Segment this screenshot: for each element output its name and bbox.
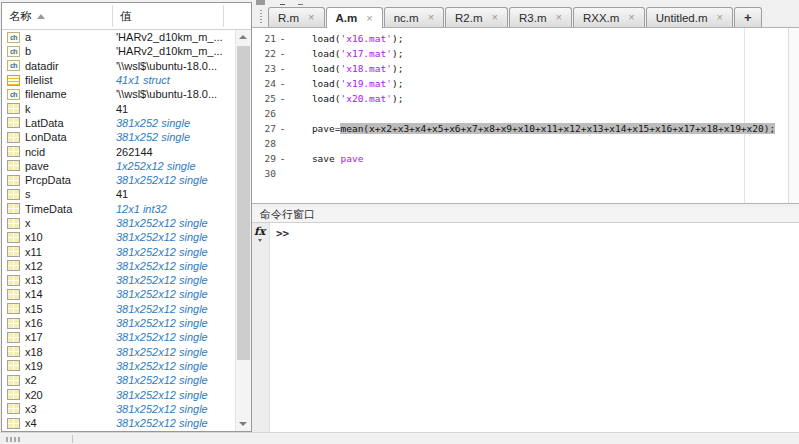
workspace-row-x11[interactable]: x11381x252x12 single: [2, 244, 236, 258]
command-window-header[interactable]: 命令行窗口: [252, 207, 799, 223]
editor-tab-R-m[interactable]: R.m×: [268, 7, 325, 27]
workspace-row-filename[interactable]: chfilename'\\wsl$\ubuntu-18.0...: [2, 87, 236, 101]
code-segment-plain: );: [392, 93, 403, 104]
workspace-row-x15[interactable]: x15381x252x12 single: [2, 302, 236, 316]
scroll-down-icon[interactable]: [236, 417, 251, 431]
executable-line-marker: [276, 166, 289, 181]
variable-name: x11: [25, 246, 116, 258]
workspace-row-x19[interactable]: x19381x252x12 single: [2, 359, 236, 373]
workspace-row-x20[interactable]: x20381x252x12 single: [2, 387, 236, 401]
workspace-row-x16[interactable]: x16381x252x12 single: [2, 316, 236, 330]
workspace-scrollbar[interactable]: [235, 30, 251, 431]
workspace-row-x13[interactable]: x13381x252x12 single: [2, 273, 236, 287]
workspace-row-LonData[interactable]: LonData381x252 single: [2, 130, 236, 144]
workspace-row-s[interactable]: s41: [2, 187, 236, 201]
editor-tab-Untitled-m[interactable]: Untitled.m×: [646, 7, 733, 27]
tab-close-icon[interactable]: ×: [366, 13, 372, 24]
command-prompt[interactable]: >>: [276, 227, 289, 240]
code-line-21[interactable]: 21- load('x16.mat');: [258, 31, 787, 46]
tab-close-icon[interactable]: ×: [308, 12, 314, 23]
column-header-name[interactable]: 名称: [9, 3, 45, 29]
line-number[interactable]: 27: [258, 121, 276, 136]
workspace-row-b[interactable]: chb'HARv2_d10km_m_...: [2, 44, 236, 58]
new-tab-button[interactable]: +: [734, 7, 762, 27]
workspace-row-k[interactable]: k41: [2, 101, 236, 115]
code-line-23[interactable]: 23- load('x18.mat');: [258, 61, 787, 76]
code-line-26[interactable]: 26: [258, 106, 787, 121]
matrix-variable-icon: [7, 203, 20, 214]
line-number[interactable]: 26: [258, 106, 276, 121]
column-divider[interactable]: [223, 5, 224, 27]
tab-label: A.m: [336, 12, 358, 24]
code-text: pave=mean(x+x2+x3+x4+x5+x6+x7+x8+x9+x10+…: [289, 121, 775, 136]
fx-function-hints-icon[interactable]: fx: [254, 225, 265, 238]
variable-value: '\\wsl$\ubuntu-18.0...: [116, 60, 217, 72]
code-line-25[interactable]: 25- load('x20.mat');: [258, 91, 787, 106]
line-number[interactable]: 30: [258, 166, 276, 181]
matrix-variable-icon: [7, 289, 20, 300]
line-number[interactable]: 28: [258, 136, 276, 151]
workspace-row-x10[interactable]: x10381x252x12 single: [2, 230, 236, 244]
tab-close-icon[interactable]: ×: [717, 12, 723, 23]
workspace-row-x3[interactable]: x3381x252x12 single: [2, 402, 236, 416]
workspace-row-LatData[interactable]: LatData381x252 single: [2, 116, 236, 130]
line-number[interactable]: 29: [258, 151, 276, 166]
workspace-row-datadir[interactable]: chdatadir'\\wsl$\ubuntu-18.0...: [2, 59, 236, 73]
code-line-29[interactable]: 29- save pave: [258, 151, 787, 166]
code-text: load('x16.mat');: [289, 31, 403, 46]
tab-close-icon[interactable]: ×: [492, 12, 498, 23]
toolstrip-icon-fragments: [256, 0, 265, 5]
workspace-row-TimeData[interactable]: TimeData12x1 int32: [2, 202, 236, 216]
workspace-row-x12[interactable]: x12381x252x12 single: [2, 259, 236, 273]
variable-value: 381x252x12 single: [116, 231, 208, 243]
variable-value: 381x252 single: [116, 131, 190, 143]
scroll-up-icon[interactable]: [236, 30, 251, 44]
editor-code-area[interactable]: 21- load('x16.mat');22- load('x17.mat');…: [252, 28, 799, 204]
char-variable-icon: ch: [7, 89, 20, 100]
workspace-row-pave[interactable]: pave1x252x12 single: [2, 159, 236, 173]
code-line-28[interactable]: 28: [258, 136, 787, 151]
line-number[interactable]: 21: [258, 31, 276, 46]
workspace-row-ncid[interactable]: ncid262144: [2, 144, 236, 158]
tab-close-icon[interactable]: ×: [428, 12, 434, 23]
scrollbar-thumb[interactable]: [237, 46, 250, 360]
editor-tab-R3-m[interactable]: R3.m×: [509, 7, 572, 27]
tab-close-icon[interactable]: ×: [555, 12, 561, 23]
workspace-row-a[interactable]: cha'HARv2_d10km_m_...: [2, 30, 236, 44]
editor-tab-R2-m[interactable]: R2.m×: [445, 7, 508, 27]
editor-tab-A-m[interactable]: A.m×: [326, 7, 383, 28]
tab-close-icon[interactable]: ×: [628, 12, 634, 23]
line-number[interactable]: 23: [258, 61, 276, 76]
column-header-value[interactable]: 值: [120, 3, 132, 29]
editor-scrollbar[interactable]: [788, 28, 799, 203]
code-segment-plain: );: [392, 48, 403, 59]
workspace-row-PrcpData[interactable]: PrcpData381x252x12 single: [2, 173, 236, 187]
workspace-row-x18[interactable]: x18381x252x12 single: [2, 345, 236, 359]
line-number[interactable]: 22: [258, 46, 276, 61]
line-number[interactable]: 24: [258, 76, 276, 91]
variable-name: x10: [25, 231, 116, 243]
command-window[interactable]: fx >>: [252, 223, 799, 432]
tab-label: nc.m: [394, 12, 419, 24]
variable-value: 381x252x12 single: [116, 174, 208, 186]
workspace-row-x14[interactable]: x14381x252x12 single: [2, 287, 236, 301]
code-line-22[interactable]: 22- load('x17.mat');: [258, 46, 787, 61]
workspace-row-x4[interactable]: x4381x252x12 single: [2, 416, 236, 430]
editor-tab-nc-m[interactable]: nc.m×: [384, 7, 444, 27]
code-line-27[interactable]: 27- pave=mean(x+x2+x3+x4+x5+x6+x7+x8+x9+…: [258, 121, 787, 136]
variable-name: x13: [25, 274, 116, 286]
workspace-row-filelist[interactable]: filelist41x1 struct: [2, 73, 236, 87]
workspace-row-x17[interactable]: x17381x252x12 single: [2, 330, 236, 344]
workspace-row-x[interactable]: x381x252x12 single: [2, 216, 236, 230]
workspace-row-x2[interactable]: x2381x252x12 single: [2, 373, 236, 387]
tabbar-grip-icon[interactable]: [259, 10, 262, 23]
variable-value: 381x252x12 single: [116, 417, 208, 429]
code-line-24[interactable]: 24- load('x19.mat');: [258, 76, 787, 91]
variable-value: 'HARv2_d10km_m_...: [116, 45, 223, 57]
line-number[interactable]: 25: [258, 91, 276, 106]
editor-tab-RXX-m[interactable]: RXX.m×: [573, 7, 645, 27]
code-line-30[interactable]: 30: [258, 166, 787, 181]
column-divider[interactable]: [112, 5, 113, 27]
workspace-row-x5[interactable]: x5381x252x12 single: [2, 430, 236, 431]
matrix-variable-icon: [7, 418, 20, 429]
